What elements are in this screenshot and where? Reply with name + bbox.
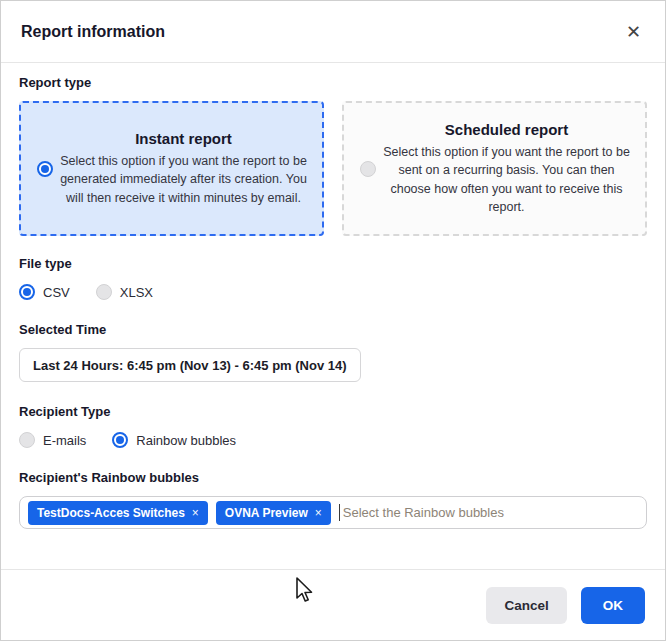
recipients-label: Recipient's Rainbow bubbles [19, 470, 647, 485]
chip-remove-icon[interactable]: × [192, 506, 199, 520]
file-type-label: File type [19, 256, 647, 271]
recipient-type-label: Recipient Type [19, 404, 647, 419]
recipient-type-option-emails[interactable]: E-mails [19, 432, 86, 448]
recipients-multiselect-input[interactable]: TestDocs-Acces Switches × OVNA Preview ×… [19, 496, 647, 529]
recipient-chip[interactable]: TestDocs-Acces Switches × [28, 501, 208, 525]
instant-report-title: Instant report [59, 130, 308, 147]
rainbow-bubbles-radio[interactable] [112, 432, 128, 448]
chip-remove-icon[interactable]: × [315, 506, 322, 520]
mouse-cursor-icon [293, 576, 313, 604]
recipient-chip-label: OVNA Preview [225, 506, 308, 520]
text-caret [339, 504, 340, 521]
report-type-cards: Instant report Select this option if you… [19, 101, 647, 236]
selected-time-value[interactable]: Last 24 Hours: 6:45 pm (Nov 13) - 6:45 p… [19, 348, 361, 382]
file-type-option-csv[interactable]: CSV [19, 284, 70, 300]
dialog-header: Report information ✕ [1, 1, 665, 63]
recipients-placeholder: Select the Rainbow bubbles [343, 505, 504, 520]
instant-report-card[interactable]: Instant report Select this option if you… [19, 101, 324, 236]
report-type-label: Report type [19, 75, 647, 90]
cancel-button[interactable]: Cancel [486, 587, 566, 624]
recipient-type-option-rainbow-bubbles[interactable]: Rainbow bubbles [112, 432, 236, 448]
instant-report-description: Select this option if you want the repor… [59, 152, 308, 206]
ok-button[interactable]: OK [581, 587, 645, 624]
file-type-options: CSV XLSX [19, 284, 647, 300]
csv-radio[interactable] [19, 284, 35, 300]
scheduled-report-card[interactable]: Scheduled report Select this option if y… [342, 101, 647, 236]
recipient-chip[interactable]: OVNA Preview × [216, 501, 331, 525]
scheduled-report-radio[interactable] [360, 161, 376, 177]
scheduled-report-title: Scheduled report [382, 121, 631, 138]
page-title: Report information [21, 23, 165, 41]
dialog-body: Report type Instant report Select this o… [1, 63, 665, 569]
close-icon[interactable]: ✕ [622, 19, 645, 45]
emails-radio[interactable] [19, 432, 35, 448]
report-information-dialog: Report information ✕ Report type Instant… [0, 0, 666, 641]
scheduled-report-description: Select this option if you want the repor… [382, 143, 631, 216]
selected-time-label: Selected Time [19, 322, 647, 337]
rainbow-bubbles-label: Rainbow bubbles [136, 433, 236, 448]
recipient-type-options: E-mails Rainbow bubbles [19, 432, 647, 448]
dialog-footer: Cancel OK [1, 569, 665, 640]
recipient-chip-label: TestDocs-Acces Switches [37, 506, 185, 520]
xlsx-radio[interactable] [96, 284, 112, 300]
emails-label: E-mails [43, 433, 86, 448]
csv-label: CSV [43, 285, 70, 300]
xlsx-label: XLSX [120, 285, 153, 300]
file-type-option-xlsx[interactable]: XLSX [96, 284, 153, 300]
instant-report-radio[interactable] [37, 161, 53, 177]
